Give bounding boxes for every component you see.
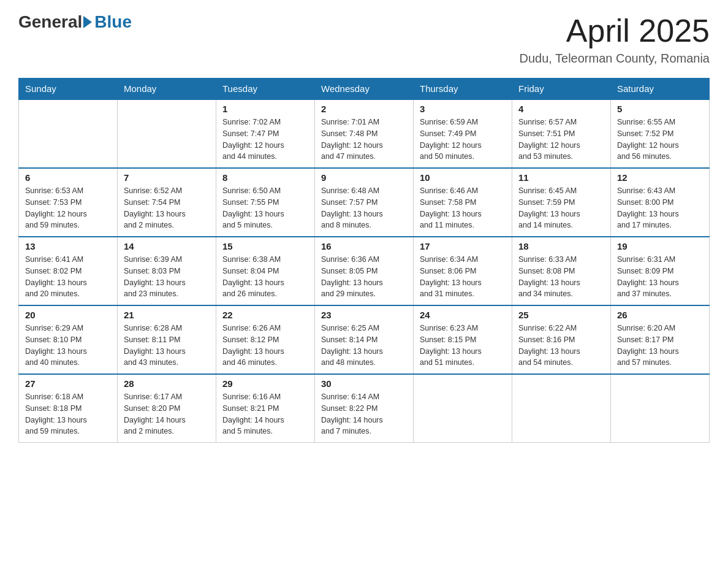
day-info: Sunrise: 6:53 AM Sunset: 7:53 PM Dayligh… (25, 185, 111, 231)
calendar-cell: 27Sunrise: 6:18 AM Sunset: 8:18 PM Dayli… (19, 374, 118, 443)
calendar-cell: 13Sunrise: 6:41 AM Sunset: 8:02 PM Dayli… (19, 237, 118, 305)
calendar-header-monday: Monday (118, 79, 216, 100)
calendar-cell: 29Sunrise: 6:16 AM Sunset: 8:21 PM Dayli… (216, 374, 315, 443)
day-number: 15 (222, 241, 308, 251)
calendar-cell: 15Sunrise: 6:38 AM Sunset: 8:04 PM Dayli… (216, 237, 315, 305)
calendar-cell (512, 374, 611, 443)
day-info: Sunrise: 6:45 AM Sunset: 7:59 PM Dayligh… (518, 185, 604, 231)
day-info: Sunrise: 6:36 AM Sunset: 8:05 PM Dayligh… (321, 254, 407, 300)
day-info: Sunrise: 6:34 AM Sunset: 8:06 PM Dayligh… (420, 254, 506, 300)
day-info: Sunrise: 6:14 AM Sunset: 8:22 PM Dayligh… (321, 391, 407, 437)
calendar-cell: 17Sunrise: 6:34 AM Sunset: 8:06 PM Dayli… (414, 237, 512, 305)
day-number: 21 (124, 310, 210, 320)
day-number: 17 (420, 241, 506, 251)
calendar-cell: 12Sunrise: 6:43 AM Sunset: 8:00 PM Dayli… (611, 168, 710, 237)
day-info: Sunrise: 6:43 AM Sunset: 8:00 PM Dayligh… (617, 185, 703, 231)
calendar-cell (611, 374, 710, 443)
day-info: Sunrise: 6:26 AM Sunset: 8:12 PM Dayligh… (222, 323, 308, 369)
calendar-cell: 5Sunrise: 6:55 AM Sunset: 7:52 PM Daylig… (611, 99, 710, 168)
day-number: 24 (420, 310, 506, 320)
calendar-cell: 8Sunrise: 6:50 AM Sunset: 7:55 PM Daylig… (216, 168, 315, 237)
day-info: Sunrise: 6:16 AM Sunset: 8:21 PM Dayligh… (222, 391, 308, 437)
calendar-cell: 11Sunrise: 6:45 AM Sunset: 7:59 PM Dayli… (512, 168, 611, 237)
day-number: 16 (321, 241, 407, 251)
calendar-week-3: 13Sunrise: 6:41 AM Sunset: 8:02 PM Dayli… (19, 237, 710, 305)
calendar-cell: 22Sunrise: 6:26 AM Sunset: 8:12 PM Dayli… (216, 305, 315, 374)
day-info: Sunrise: 6:57 AM Sunset: 7:51 PM Dayligh… (518, 117, 604, 163)
calendar-cell: 6Sunrise: 6:53 AM Sunset: 7:53 PM Daylig… (19, 168, 118, 237)
day-number: 4 (518, 104, 604, 114)
calendar-cell: 7Sunrise: 6:52 AM Sunset: 7:54 PM Daylig… (118, 168, 216, 237)
calendar-table: SundayMondayTuesdayWednesdayThursdayFrid… (18, 78, 710, 443)
location-subtitle: Dudu, Teleorman County, Romania (519, 52, 710, 66)
day-number: 10 (420, 172, 506, 183)
day-info: Sunrise: 6:33 AM Sunset: 8:08 PM Dayligh… (518, 254, 604, 300)
day-info: Sunrise: 6:28 AM Sunset: 8:11 PM Dayligh… (124, 323, 210, 369)
calendar-week-4: 20Sunrise: 6:29 AM Sunset: 8:10 PM Dayli… (19, 305, 710, 374)
day-number: 23 (321, 310, 407, 320)
day-number: 27 (25, 378, 111, 389)
month-title: April 2025 (519, 12, 710, 49)
day-number: 11 (518, 172, 604, 183)
day-number: 14 (124, 241, 210, 251)
calendar-header-thursday: Thursday (414, 79, 512, 100)
day-number: 30 (321, 378, 407, 389)
calendar-cell: 14Sunrise: 6:39 AM Sunset: 8:03 PM Dayli… (118, 237, 216, 305)
logo-blue-part: Blue (82, 12, 132, 32)
day-number: 20 (25, 310, 111, 320)
calendar-cell: 30Sunrise: 6:14 AM Sunset: 8:22 PM Dayli… (315, 374, 414, 443)
day-info: Sunrise: 6:22 AM Sunset: 8:16 PM Dayligh… (518, 323, 604, 369)
day-number: 18 (518, 241, 604, 251)
calendar-header-saturday: Saturday (611, 79, 710, 100)
day-number: 5 (617, 104, 703, 114)
day-info: Sunrise: 7:02 AM Sunset: 7:47 PM Dayligh… (222, 117, 308, 163)
logo: General Blue (18, 12, 132, 32)
day-info: Sunrise: 6:48 AM Sunset: 7:57 PM Dayligh… (321, 185, 407, 231)
title-section: April 2025 Dudu, Teleorman County, Roman… (519, 12, 710, 66)
day-number: 22 (222, 310, 308, 320)
calendar-cell: 25Sunrise: 6:22 AM Sunset: 8:16 PM Dayli… (512, 305, 611, 374)
day-number: 13 (25, 241, 111, 251)
calendar-cell (414, 374, 512, 443)
calendar-cell: 2Sunrise: 7:01 AM Sunset: 7:48 PM Daylig… (315, 99, 414, 168)
calendar-header-row: SundayMondayTuesdayWednesdayThursdayFrid… (19, 79, 710, 100)
calendar-cell: 26Sunrise: 6:20 AM Sunset: 8:17 PM Dayli… (611, 305, 710, 374)
day-info: Sunrise: 6:31 AM Sunset: 8:09 PM Dayligh… (617, 254, 703, 300)
calendar-cell: 28Sunrise: 6:17 AM Sunset: 8:20 PM Dayli… (118, 374, 216, 443)
day-info: Sunrise: 6:50 AM Sunset: 7:55 PM Dayligh… (222, 185, 308, 231)
calendar-week-1: 1Sunrise: 7:02 AM Sunset: 7:47 PM Daylig… (19, 99, 710, 168)
calendar-cell (19, 99, 118, 168)
calendar-cell: 18Sunrise: 6:33 AM Sunset: 8:08 PM Dayli… (512, 237, 611, 305)
day-number: 3 (420, 104, 506, 114)
day-number: 28 (124, 378, 210, 389)
day-info: Sunrise: 6:20 AM Sunset: 8:17 PM Dayligh… (617, 323, 703, 369)
day-number: 12 (617, 172, 703, 183)
calendar-cell: 23Sunrise: 6:25 AM Sunset: 8:14 PM Dayli… (315, 305, 414, 374)
calendar-week-5: 27Sunrise: 6:18 AM Sunset: 8:18 PM Dayli… (19, 374, 710, 443)
day-number: 19 (617, 241, 703, 251)
day-info: Sunrise: 6:39 AM Sunset: 8:03 PM Dayligh… (124, 254, 210, 300)
calendar-cell: 3Sunrise: 6:59 AM Sunset: 7:49 PM Daylig… (414, 99, 512, 168)
calendar-cell: 9Sunrise: 6:48 AM Sunset: 7:57 PM Daylig… (315, 168, 414, 237)
day-number: 7 (124, 172, 210, 183)
calendar-header-wednesday: Wednesday (315, 79, 414, 100)
day-number: 8 (222, 172, 308, 183)
day-info: Sunrise: 6:29 AM Sunset: 8:10 PM Dayligh… (25, 323, 111, 369)
day-info: Sunrise: 6:38 AM Sunset: 8:04 PM Dayligh… (222, 254, 308, 300)
day-info: Sunrise: 7:01 AM Sunset: 7:48 PM Dayligh… (321, 117, 407, 163)
day-number: 25 (518, 310, 604, 320)
page-header: General Blue April 2025 Dudu, Teleorman … (18, 12, 710, 66)
day-number: 26 (617, 310, 703, 320)
day-number: 2 (321, 104, 407, 114)
day-info: Sunrise: 6:18 AM Sunset: 8:18 PM Dayligh… (25, 391, 111, 437)
calendar-cell: 20Sunrise: 6:29 AM Sunset: 8:10 PM Dayli… (19, 305, 118, 374)
day-info: Sunrise: 6:25 AM Sunset: 8:14 PM Dayligh… (321, 323, 407, 369)
day-number: 29 (222, 378, 308, 389)
calendar-cell: 21Sunrise: 6:28 AM Sunset: 8:11 PM Dayli… (118, 305, 216, 374)
day-info: Sunrise: 6:17 AM Sunset: 8:20 PM Dayligh… (124, 391, 210, 437)
day-info: Sunrise: 6:59 AM Sunset: 7:49 PM Dayligh… (420, 117, 506, 163)
day-number: 1 (222, 104, 308, 114)
day-number: 6 (25, 172, 111, 183)
calendar-cell: 4Sunrise: 6:57 AM Sunset: 7:51 PM Daylig… (512, 99, 611, 168)
logo-blue-text: Blue (94, 12, 132, 32)
